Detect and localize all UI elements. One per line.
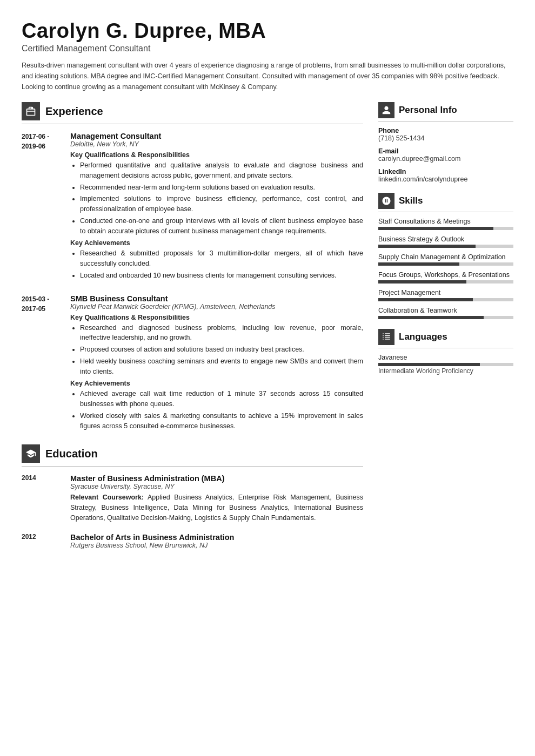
- skill-bar-bg-5: [378, 298, 513, 301]
- exp-title-1: Management Consultant: [70, 132, 363, 140]
- main-content: Experience 2017-06 -2019-06 Management C…: [22, 102, 513, 737]
- linkedin-value: linkedin.com/in/carolyndupree: [378, 176, 513, 183]
- list-item: Located and onboarded 10 new business cl…: [80, 271, 363, 281]
- skill-name-2: Business Strategy & Outlook: [378, 235, 513, 243]
- skill-bar-fill-1: [378, 227, 493, 230]
- exp-qualifications-heading-2: Key Qualifications & Responsibilities: [70, 314, 363, 321]
- candidate-summary: Results-driven management consultant wit…: [22, 60, 513, 92]
- candidate-name: Carolyn G. Dupree, MBA: [22, 19, 513, 43]
- left-column: Experience 2017-06 -2019-06 Management C…: [22, 102, 363, 737]
- skill-bar-bg-3: [378, 262, 513, 266]
- email-label: E-mail: [378, 147, 513, 155]
- exp-dates-1: 2017-06 -2019-06: [22, 132, 70, 282]
- list-item: Proposed courses of action and solutions…: [80, 345, 363, 355]
- edu-title-1: Master of Business Administration (MBA): [70, 474, 363, 483]
- exp-body-1: Management Consultant Deloitte, New York…: [70, 132, 363, 282]
- resume-header: Carolyn G. Dupree, MBA Certified Managem…: [22, 19, 513, 92]
- skill-name-1: Staff Consultations & Meetings: [378, 218, 513, 225]
- table-row: 2014 Master of Business Administration (…: [22, 474, 363, 523]
- linkedin-label: LinkedIn: [378, 168, 513, 176]
- edu-coursework-1: Relevant Coursework: Applied Business An…: [70, 492, 363, 523]
- education-title: Education: [45, 448, 98, 460]
- exp-company-1: Deloitte, New York, NY: [70, 140, 363, 148]
- exp-achievements-heading-1: Key Achievements: [70, 239, 363, 247]
- personal-info-email: E-mail carolyn.dupree@gmail.com: [378, 147, 513, 163]
- table-row: 2017-06 -2019-06 Management Consultant D…: [22, 132, 363, 282]
- skill-name-5: Project Management: [378, 289, 513, 296]
- education-list: 2014 Master of Business Administration (…: [22, 474, 363, 551]
- skill-bar-bg-2: [378, 245, 513, 248]
- right-column: Personal Info Phone (718) 525-1434 E-mai…: [378, 102, 513, 737]
- exp-body-2: SMB Business Consultant Klynveld Peat Ma…: [70, 294, 363, 433]
- skill-item-6: Collaboration & Teamwork: [378, 307, 513, 319]
- language-item-1: Javanese Intermediate Working Proficienc…: [378, 354, 513, 375]
- experience-icon: [22, 102, 40, 120]
- table-row: 2015-03 -2017-05 SMB Business Consultant…: [22, 294, 363, 433]
- skill-item-3: Supply Chain Management & Optimization: [378, 253, 513, 266]
- list-item: Achieved average call wait time reductio…: [80, 389, 363, 409]
- languages-section-header: Languages: [378, 329, 513, 348]
- edu-date-1: 2014: [22, 474, 70, 523]
- list-item: Recommended near-term and long-term solu…: [80, 183, 363, 193]
- personal-info-section-header: Personal Info: [378, 102, 513, 122]
- skill-bar-bg-6: [378, 316, 513, 319]
- skill-item-5: Project Management: [378, 289, 513, 301]
- edu-date-2: 2012: [22, 533, 70, 551]
- experience-title: Experience: [45, 105, 103, 118]
- list-item: Held weekly business coaching seminars a…: [80, 356, 363, 377]
- exp-dates-2: 2015-03 -2017-05: [22, 294, 70, 433]
- education-section-header: Education: [22, 444, 363, 467]
- edu-body-1: Master of Business Administration (MBA) …: [70, 474, 363, 523]
- skill-item-1: Staff Consultations & Meetings: [378, 218, 513, 230]
- table-row: 2012 Bachelor of Arts in Business Admini…: [22, 533, 363, 551]
- skill-name-3: Supply Chain Management & Optimization: [378, 253, 513, 261]
- experience-section-header: Experience: [22, 102, 363, 124]
- skills-icon: [378, 193, 394, 209]
- exp-qualifications-heading-1: Key Qualifications & Responsibilities: [70, 151, 363, 159]
- lang-level-1: Intermediate Working Proficiency: [378, 367, 513, 375]
- languages-list: Javanese Intermediate Working Proficienc…: [378, 354, 513, 375]
- skill-name-4: Focus Groups, Workshops, & Presentations: [378, 271, 513, 279]
- list-item: Performed quantitative and qualitative a…: [80, 160, 363, 181]
- skill-bar-bg-1: [378, 227, 513, 230]
- exp-achievements-list-1: Researched & submitted proposals for 3 m…: [70, 248, 363, 280]
- personal-info-phone: Phone (718) 525-1434: [378, 127, 513, 142]
- languages-title: Languages: [399, 332, 447, 342]
- phone-value: (718) 525-1434: [378, 134, 513, 142]
- candidate-subtitle: Certified Management Consultant: [22, 44, 513, 53]
- skill-item-4: Focus Groups, Workshops, & Presentations: [378, 271, 513, 284]
- skill-bar-bg-4: [378, 280, 513, 284]
- lang-bar-bg-1: [378, 363, 513, 366]
- skill-bar-fill-3: [378, 262, 459, 266]
- email-value: carolyn.dupree@gmail.com: [378, 155, 513, 163]
- list-item: Researched & submitted proposals for 3 m…: [80, 248, 363, 269]
- exp-achievements-list-2: Achieved average call wait time reductio…: [70, 389, 363, 431]
- edu-school-2: Rutgers Business School, New Brunswick, …: [70, 542, 363, 549]
- exp-title-2: SMB Business Consultant: [70, 294, 363, 303]
- personal-info-fields: Phone (718) 525-1434 E-mail carolyn.dupr…: [378, 127, 513, 183]
- lang-name-1: Javanese: [378, 354, 513, 361]
- lang-bar-fill-1: [378, 363, 480, 366]
- skills-list: Staff Consultations & Meetings Business …: [378, 218, 513, 319]
- edu-school-1: Syracuse University, Syracuse, NY: [70, 483, 363, 490]
- skill-item-2: Business Strategy & Outlook: [378, 235, 513, 248]
- skill-bar-fill-2: [378, 245, 476, 248]
- list-item: Conducted one-on-one and group interview…: [80, 216, 363, 237]
- exp-qualifications-list-2: Researched and diagnosed business proble…: [70, 323, 363, 377]
- exp-company-2: Klynveld Peat Marwick Goerdeler (KPMG), …: [70, 303, 363, 310]
- personal-info-title: Personal Info: [399, 105, 457, 116]
- skill-name-6: Collaboration & Teamwork: [378, 307, 513, 314]
- skills-section-header: Skills: [378, 193, 513, 212]
- edu-coursework-label-1: Relevant Coursework:: [70, 494, 144, 501]
- skill-bar-fill-6: [378, 316, 484, 319]
- skill-bar-fill-5: [378, 298, 473, 301]
- education-icon: [22, 444, 40, 463]
- edu-title-2: Bachelor of Arts in Business Administrat…: [70, 533, 363, 542]
- list-item: Researched and diagnosed business proble…: [80, 323, 363, 343]
- edu-body-2: Bachelor of Arts in Business Administrat…: [70, 533, 363, 551]
- skills-title: Skills: [399, 195, 423, 206]
- list-item: Implemented solutions to improve busines…: [80, 194, 363, 214]
- skill-bar-fill-4: [378, 280, 466, 284]
- list-item: Worked closely with sales & marketing co…: [80, 411, 363, 431]
- exp-qualifications-list-1: Performed quantitative and qualitative a…: [70, 160, 363, 236]
